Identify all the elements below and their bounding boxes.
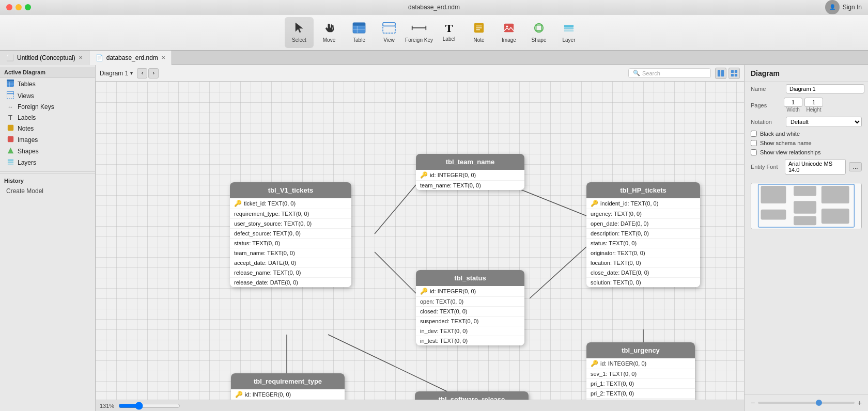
zoom-minus-button[interactable]: − (751, 399, 755, 407)
pages-group: Width Height (784, 98, 823, 113)
layer-icon (563, 22, 575, 35)
svg-rect-40 (735, 73, 737, 76)
note-tool[interactable]: Note (464, 17, 493, 48)
zoom-thumb[interactable] (816, 400, 822, 406)
svg-rect-29 (7, 125, 13, 131)
show-view-rel-checkbox[interactable] (751, 149, 757, 155)
sidebar-foreign-keys-label: Foreign Keys (18, 103, 54, 110)
erd-table-v1-tickets[interactable]: tbl_V1_tickets 🔑 ticket_id: TEXT(0, 0) r… (230, 182, 351, 287)
tab-untitled[interactable]: ⬜ Untitled (Conceptual) ✕ (0, 51, 89, 65)
history-create-model[interactable]: Create Model (0, 186, 95, 196)
black-white-checkbox[interactable] (751, 131, 757, 137)
sidebar-item-notes[interactable]: Notes (0, 123, 95, 134)
show-schema-checkbox[interactable] (751, 140, 757, 146)
erd-field: location: TEXT(0, 0) (586, 258, 700, 268)
field-text: status: TEXT(0, 0) (591, 240, 637, 246)
erd-table-urgency[interactable]: tbl_urgency 🔑 id: INTEGER(0, 0) sev_1: T… (586, 342, 695, 400)
maximize-button[interactable] (25, 4, 31, 10)
layout-toggle-2[interactable] (729, 68, 740, 79)
foreign-key-tool[interactable]: Foreign Key (405, 17, 433, 48)
erd-field: close_date: DATE(0, 0) (586, 268, 700, 278)
tabs-row: ⬜ Untitled (Conceptual) ✕ 📄 database_erd… (0, 51, 868, 65)
zoom-slider[interactable] (118, 402, 180, 410)
show-view-rel-row: Show view relationships (745, 148, 868, 157)
sidebar-item-layers[interactable]: Layers (0, 157, 95, 168)
svg-rect-28 (7, 91, 14, 93)
zoom-level: 131% (100, 403, 114, 409)
select-tool[interactable]: Select (285, 17, 314, 48)
key-icon: 🔑 (234, 200, 242, 207)
shapes-icon (6, 147, 14, 155)
erd-field: 🔑 ticket_id: TEXT(0, 0) (230, 198, 351, 209)
entity-font-label: Entity Font (751, 164, 782, 170)
label-label: Label (443, 36, 455, 42)
sidebar-item-foreign-keys[interactable]: ↔ Foreign Keys (0, 102, 95, 112)
view-tool[interactable]: View (375, 17, 404, 48)
field-text: solution: TEXT(0, 0) (591, 279, 641, 286)
erd-table-software-release[interactable]: tbl_software_release 🔑 release_name: TEX… (415, 391, 529, 400)
erd-table-urgency-body: 🔑 id: INTEGER(0, 0) sev_1: TEXT(0, 0) pr… (586, 358, 695, 400)
sidebar-item-images[interactable]: Images (0, 134, 95, 146)
nav-next[interactable]: › (148, 68, 159, 78)
nav-prev[interactable]: ‹ (137, 68, 147, 78)
toolbar: Select Move Table View Foreign Key T Lab… (0, 14, 868, 51)
erd-field: sev_1: TEXT(0, 0) (586, 369, 695, 379)
image-icon (503, 22, 515, 35)
pages-height-input[interactable] (804, 98, 823, 107)
pages-width-input[interactable] (784, 98, 802, 107)
tab-db-erd-close[interactable]: ✕ (161, 55, 165, 60)
erd-field: open_date: DATE(0, 0) (586, 219, 700, 229)
image-tool[interactable]: Image (494, 17, 523, 48)
svg-rect-37 (731, 70, 734, 72)
layout-toggle-1[interactable] (715, 68, 726, 79)
table-tool[interactable]: Table (345, 17, 374, 48)
sidebar-item-shapes[interactable]: Shapes (0, 146, 95, 157)
field-text: user_story_source: TEXT(0, 0) (234, 220, 312, 227)
layer-tool[interactable]: Layer (554, 17, 583, 48)
entity-font-button[interactable]: … (849, 162, 862, 171)
svg-rect-54 (794, 216, 816, 226)
field-text: open: TEXT(0, 0) (420, 298, 463, 305)
close-button[interactable] (6, 4, 12, 10)
move-tool[interactable]: Move (315, 17, 344, 48)
search-box[interactable]: 🔍 Search (628, 68, 711, 78)
sign-in-area[interactable]: 👤 Sign In (825, 0, 862, 14)
erd-table-requirement-type[interactable]: tbl_requirement_type 🔑 id: INTEGER(0, 0)… (231, 373, 345, 400)
svg-rect-23 (7, 80, 14, 82)
sidebar-item-views[interactable]: Views (0, 90, 95, 102)
erd-field: 🔑 id: INTEGER(0, 0) (416, 170, 524, 181)
tab-db-erd[interactable]: 📄 database_erd.ndm ✕ (89, 51, 172, 65)
diagram-dropdown-icon[interactable]: ▾ (130, 70, 133, 76)
shape-label: Shape (532, 37, 547, 43)
field-text: release_name: TEXT(0, 0) (234, 270, 301, 276)
field-text: incident_id: TEXT(0, 0) (600, 200, 658, 207)
tab-untitled-close[interactable]: ✕ (79, 55, 83, 60)
erd-table-team-name[interactable]: tbl_team_name 🔑 id: INTEGER(0, 0) team_n… (416, 154, 524, 190)
sidebar-item-labels[interactable]: T Labels (0, 112, 95, 123)
label-tool[interactable]: T Label (435, 17, 463, 48)
minimize-button[interactable] (16, 4, 22, 10)
diagram-name-text: Diagram 1 (100, 70, 128, 77)
svg-point-16 (506, 25, 508, 27)
svg-rect-33 (7, 162, 13, 163)
erd-table-status[interactable]: tbl_status 🔑 id: INTEGER(0, 0) open: TEX… (416, 270, 524, 345)
name-input[interactable] (786, 84, 864, 93)
zoom-track (758, 402, 855, 404)
tab-db-erd-label: database_erd.ndm (106, 54, 158, 61)
field-text: in_test: TEXT(0, 0) (420, 338, 468, 344)
canvas[interactable]: tbl_team_name 🔑 id: INTEGER(0, 0) team_n… (96, 82, 744, 400)
svg-marker-31 (7, 148, 13, 153)
table-icon (352, 22, 366, 35)
sign-in-label: Sign In (843, 4, 862, 11)
svg-rect-49 (794, 186, 816, 196)
erd-table-hp-tickets[interactable]: tbl_HP_tickets 🔑 incident_id: TEXT(0, 0)… (586, 182, 700, 287)
notation-select[interactable]: Default (786, 117, 862, 127)
minimap (751, 183, 862, 229)
shape-tool[interactable]: Shape (524, 17, 553, 48)
sidebar-item-tables[interactable]: Tables (0, 78, 95, 90)
erd-field: user_story_source: TEXT(0, 0) (230, 219, 351, 229)
views-icon (6, 91, 14, 100)
main-layout: Active Diagram Tables Views ↔ Foreign Ke… (0, 65, 868, 411)
zoom-plus-button[interactable]: + (858, 399, 862, 407)
table-label: Table (353, 37, 365, 43)
